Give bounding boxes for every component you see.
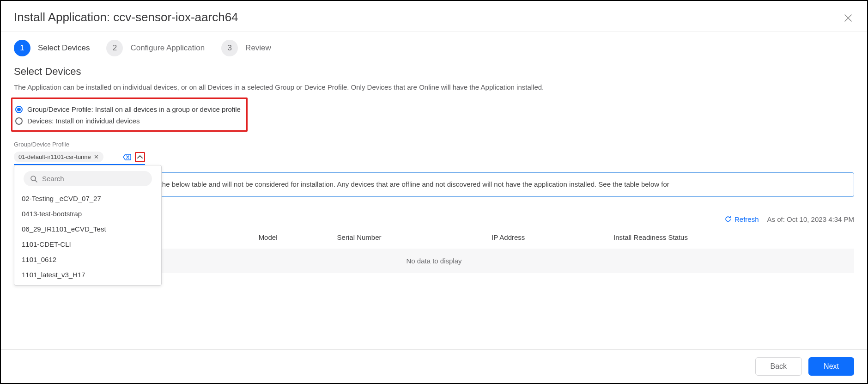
as-of-timestamp: As of: Oct 10, 2023 4:34 PM (767, 215, 854, 223)
chip-remove-icon[interactable]: ✕ (94, 153, 99, 160)
field-label: Group/Device Profile (14, 141, 145, 148)
refresh-icon (724, 215, 732, 223)
col-serial-number[interactable]: Serial Number (334, 228, 488, 249)
col-model[interactable]: Model (255, 228, 334, 249)
radio-individual-devices[interactable]: Devices: Install on individual devices (15, 115, 241, 127)
step-label: Review (245, 43, 271, 53)
search-placeholder: Search (42, 175, 64, 183)
step-number: 1 (14, 40, 30, 56)
chip-text: 01-default-ir1101-csr-tunne (18, 153, 91, 160)
dropdown-item[interactable]: 1101-CDET-CLI (14, 237, 161, 252)
radio-label: Group/Device Profile: Install on all dev… (27, 105, 241, 113)
radio-label: Devices: Install on individual devices (27, 117, 140, 125)
dialog-footer: Back Next (1, 349, 867, 383)
group-profile-field: Group/Device Profile 01-default-ir1101-c… (1, 132, 158, 165)
step-number: 3 (221, 40, 238, 56)
step-number: 2 (106, 40, 123, 56)
chevron-up-icon (137, 155, 143, 159)
dropdown-toggle[interactable] (135, 152, 145, 162)
install-target-radio-group: Group/Device Profile: Install on all dev… (11, 98, 248, 132)
install-app-dialog: Install Application: ccv-sensor-iox-aarc… (0, 0, 868, 384)
dropdown-item[interactable]: 02-Testing _eCVD_07_27 (14, 191, 161, 206)
dropdown-item[interactable]: 0413-test-bootstrap (14, 206, 161, 221)
step-review[interactable]: 3 Review (221, 40, 271, 56)
radio-group-profile[interactable]: Group/Device Profile: Install on all dev… (15, 104, 241, 115)
group-profile-dropdown: Search 02-Testing _eCVD_07_27 0413-test-… (14, 165, 162, 286)
dropdown-item[interactable]: 1101_0612 (14, 252, 161, 267)
wizard-stepper: 1 Select Devices 2 Configure Application… (1, 31, 867, 63)
next-button[interactable]: Next (808, 357, 854, 376)
radio-icon (15, 117, 23, 125)
selected-profile-chip[interactable]: 01-default-ir1101-csr-tunne ✕ (14, 152, 103, 162)
section-select-devices: Select Devices The Application can be in… (1, 63, 867, 132)
group-profile-input[interactable]: 01-default-ir1101-csr-tunne ✕ (14, 150, 145, 165)
dropdown-search-input[interactable]: Search (24, 171, 152, 186)
section-description: The Application can be installed on indi… (14, 83, 854, 91)
col-install-readiness[interactable]: Install Readiness Status (610, 228, 854, 249)
radio-icon (15, 106, 23, 113)
clear-all-icon[interactable] (123, 154, 131, 160)
step-label: Select Devices (38, 43, 90, 53)
dropdown-list[interactable]: 02-Testing _eCVD_07_27 0413-test-bootstr… (14, 189, 161, 282)
dropdown-item[interactable]: 1101_latest_v3_H17 (14, 267, 161, 282)
step-select-devices[interactable]: 1 Select Devices (14, 40, 90, 56)
search-icon (30, 175, 37, 183)
col-ip-address[interactable]: IP Address (488, 228, 610, 249)
back-button[interactable]: Back (755, 357, 802, 376)
step-configure-application[interactable]: 2 Configure Application (106, 40, 205, 56)
dropdown-item[interactable]: 06_29_IR1101_eCVD_Test (14, 221, 161, 237)
close-icon[interactable] (842, 10, 854, 24)
dialog-header: Install Application: ccv-sensor-iox-aarc… (1, 1, 867, 31)
step-label: Configure Application (130, 43, 205, 53)
refresh-label: Refresh (734, 215, 759, 223)
section-title: Select Devices (14, 66, 854, 78)
dialog-title: Install Application: ccv-sensor-iox-aarc… (14, 10, 238, 24)
refresh-button[interactable]: Refresh (724, 215, 759, 223)
